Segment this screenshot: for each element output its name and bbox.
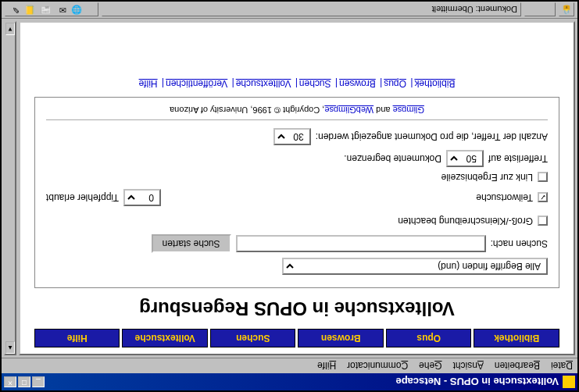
mailbox-icon[interactable]: ✉ <box>55 5 66 16</box>
menu-datei[interactable]: Datei <box>551 361 573 372</box>
search-label: Suchen nach: <box>491 238 548 249</box>
window-title: Volltextsuche in OPUS - Netscape <box>45 376 559 388</box>
security-lock-icon[interactable]: 🔒 <box>559 3 574 17</box>
minimize-button[interactable]: _ <box>32 376 45 387</box>
progress-cell <box>524 3 556 17</box>
case-checkbox[interactable] <box>538 216 548 226</box>
bn-opus[interactable]: Opus <box>384 78 406 89</box>
search-input[interactable] <box>236 235 486 252</box>
scroll-up-icon[interactable]: ▲ <box>5 341 15 354</box>
bn-veroeffentlichen[interactable]: Veröffentlichen <box>166 78 227 89</box>
menu-gehe[interactable]: Gehe <box>419 361 441 372</box>
limit-label-pre: Trefferliste auf <box>488 153 548 164</box>
limit-label-post: Dokumente begrenzen. <box>344 153 441 164</box>
window-titlebar: Volltextsuche in OPUS - Netscape _ □ × <box>2 373 577 390</box>
bn-hilfe[interactable]: Hilfe <box>139 78 158 89</box>
statusbar: 🔒 Dokument: Übermittelt 🌐 ✉ 📰 📒 ✎ <box>2 2 577 19</box>
nav-volltextsuche[interactable]: Volltextsuche <box>123 329 209 347</box>
nav-suchen[interactable]: Suchen <box>210 329 296 347</box>
nav-opus[interactable]: Opus <box>386 329 472 347</box>
maximize-button[interactable]: □ <box>18 376 30 387</box>
link-checkbox[interactable] <box>538 173 548 183</box>
navigator-icon[interactable]: 🌐 <box>71 5 82 16</box>
bn-suchen[interactable]: Suchen <box>299 78 331 89</box>
search-form: Alle Begriffe finden (und) Suchen nach: … <box>34 97 559 288</box>
bottom-nav: Bibliothek| Opus| Browsen| Suchen| Vollt… <box>34 78 559 89</box>
perdoc-select[interactable]: 30 <box>273 128 311 145</box>
top-nav: Bibliothek Opus Browsen Suchen Volltexts… <box>34 329 559 347</box>
case-label: Groß-/Kleinschreibung beachten <box>398 216 533 226</box>
menu-communicator[interactable]: Communicator <box>347 361 408 372</box>
typos-select[interactable]: 0 <box>123 189 161 206</box>
status-text: Dokument: Übermittelt <box>102 3 521 17</box>
page-viewport: Bibliothek Opus Browsen Suchen Volltexts… <box>19 21 575 355</box>
scroll-down-icon[interactable]: ▼ <box>5 23 15 35</box>
menubar: Datei Bearbeiten Ansicht Gehe Communicat… <box>2 358 577 373</box>
netscape-icon <box>563 376 575 388</box>
nav-hilfe[interactable]: Hilfe <box>34 329 120 347</box>
addressbook-icon[interactable]: 📒 <box>24 5 35 16</box>
bn-bibliothek[interactable]: Bibliothek <box>414 78 455 89</box>
vertical-scrollbar[interactable]: ▲ ▼ <box>4 21 16 355</box>
close-button[interactable]: × <box>4 376 16 387</box>
divider <box>46 119 548 120</box>
menu-bearbeiten[interactable]: Bearbeiten <box>495 361 540 372</box>
bn-volltextsuche[interactable]: Volltextsuche <box>236 78 291 89</box>
composer-icon[interactable]: ✎ <box>9 5 20 16</box>
match-mode-select[interactable]: Alle Begriffe finden (und) <box>282 258 548 275</box>
partial-checkbox[interactable]: ✓ <box>538 193 548 203</box>
nav-bibliothek[interactable]: Bibliothek <box>474 329 560 347</box>
menu-ansicht[interactable]: Ansicht <box>453 361 484 372</box>
nav-browsen[interactable]: Browsen <box>298 329 384 347</box>
search-submit-button[interactable]: Suche starten <box>152 234 231 253</box>
credits-line: Glimpse and WebGlimpse, Copyright © 1996… <box>46 105 548 115</box>
webglimpse-link[interactable]: WebGlimpse <box>324 105 373 115</box>
news-icon[interactable]: 📰 <box>40 5 51 16</box>
link-label: Link zur Ergebniszeile <box>441 172 533 183</box>
partial-label: Teilwortsuche <box>476 192 533 203</box>
glimpse-link[interactable]: Glimpse <box>393 105 424 115</box>
typos-label: Tippfehler erlaubt <box>46 192 119 203</box>
page-title: Volltextsuche in OPUS Regensburg <box>34 298 559 319</box>
menu-hilfe[interactable]: Hilfe <box>317 361 336 372</box>
component-bar: 🌐 ✉ 📰 📒 ✎ <box>5 3 98 17</box>
perdoc-label: Anzahl der Treffer, die pro Dokument ang… <box>316 131 548 142</box>
limit-select[interactable]: 50 <box>446 150 484 167</box>
bn-browsen[interactable]: Browsen <box>339 78 376 89</box>
